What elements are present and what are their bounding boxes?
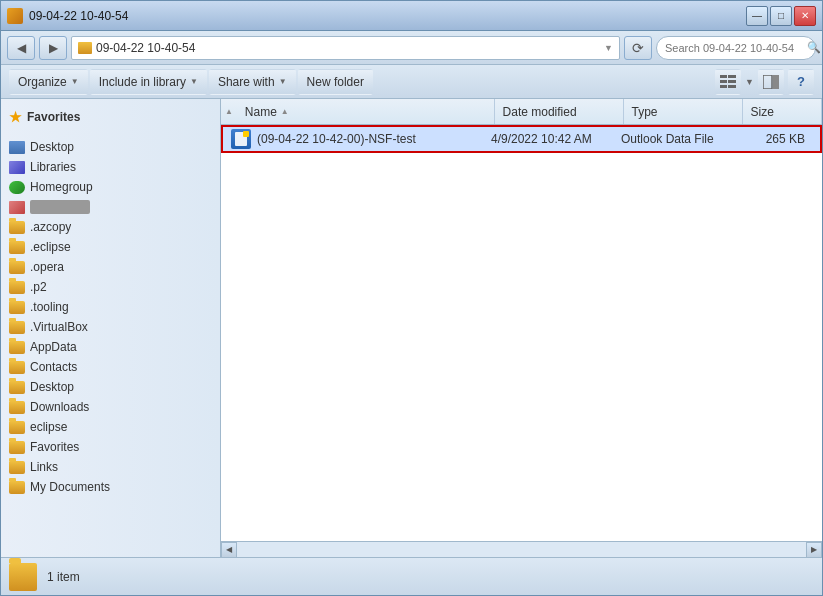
user-icon	[9, 201, 25, 214]
folder-icon-azcopy	[9, 221, 25, 234]
sidebar-item-links[interactable]: Links	[1, 457, 220, 477]
breadcrumb-folder-icon	[78, 42, 92, 54]
new-folder-button[interactable]: New folder	[298, 69, 373, 95]
help-button[interactable]: ?	[788, 69, 814, 95]
sidebar-user-label	[30, 200, 90, 214]
search-bar: 🔍	[656, 36, 816, 60]
sidebar-item-libraries[interactable]: Libraries	[1, 157, 220, 177]
sidebar-item-virtualbox[interactable]: .VirtualBox	[1, 317, 220, 337]
sidebar-item-tooling[interactable]: .tooling	[1, 297, 220, 317]
sidebar-mydocuments-label: My Documents	[30, 480, 110, 494]
explorer-window: 09-04-22 10-40-54 — □ ✕ ◀ ▶ 09-04-22 10-…	[0, 0, 823, 596]
share-with-button[interactable]: Share with ▼	[209, 69, 296, 95]
folder-icon-p2	[9, 281, 25, 294]
col-header-date[interactable]: Date modified	[495, 99, 624, 124]
folder-icon-eclipse	[9, 241, 25, 254]
sidebar-item-opera[interactable]: .opera	[1, 257, 220, 277]
hscroll-track[interactable]	[237, 542, 806, 557]
include-dropdown-icon: ▼	[190, 77, 198, 86]
sidebar-item-p2[interactable]: .p2	[1, 277, 220, 297]
share-with-label: Share with	[218, 75, 275, 89]
view-toggle-button[interactable]	[715, 69, 741, 95]
sidebar-item-favorites2[interactable]: Favorites	[1, 437, 220, 457]
col-date-label: Date modified	[503, 105, 577, 119]
folder-icon-appdata	[9, 341, 25, 354]
col-header-name[interactable]: Name ▲	[237, 99, 495, 124]
search-input[interactable]	[665, 42, 803, 54]
new-folder-label: New folder	[307, 75, 364, 89]
folder-icon-favorites2	[9, 441, 25, 454]
favorites-star-icon: ★	[9, 109, 22, 125]
folder-icon-virtualbox	[9, 321, 25, 334]
title-bar-left: 09-04-22 10-40-54	[7, 8, 128, 24]
sidebar-eclipse-label: .eclipse	[30, 240, 71, 254]
sidebar-item-eclipse2[interactable]: eclipse	[1, 417, 220, 437]
sidebar-tooling-label: .tooling	[30, 300, 69, 314]
sidebar-item-user[interactable]	[1, 197, 220, 217]
status-item-count: 1 item	[47, 570, 80, 584]
maximize-button[interactable]: □	[770, 6, 792, 26]
view-dropdown-icon[interactable]: ▼	[745, 77, 754, 87]
sidebar-item-desktop[interactable]: Desktop	[1, 137, 220, 157]
back-button[interactable]: ◀	[7, 36, 35, 60]
horizontal-scrollbar[interactable]: ◀ ▶	[221, 541, 822, 557]
sidebar-item-contacts[interactable]: Contacts	[1, 357, 220, 377]
col-type-label: Type	[632, 105, 658, 119]
sidebar-opera-label: .opera	[30, 260, 64, 274]
preview-pane-button[interactable]	[758, 69, 784, 95]
outlook-file-icon-inner	[235, 132, 247, 146]
sidebar-item-homegroup[interactable]: Homegroup	[1, 177, 220, 197]
window-title: 09-04-22 10-40-54	[29, 9, 128, 23]
toolbar: Organize ▼ Include in library ▼ Share wi…	[1, 65, 822, 99]
sidebar-item-appdata[interactable]: AppData	[1, 337, 220, 357]
sidebar-desktop-label: Desktop	[30, 140, 74, 154]
sidebar-item-downloads[interactable]: Downloads	[1, 397, 220, 417]
col-header-expand[interactable]: ▲	[221, 99, 237, 125]
file-date-value: 4/9/2022 10:42 AM	[491, 132, 592, 146]
table-row[interactable]: (09-04-22 10-42-00)-NSF-test 4/9/2022 10…	[221, 125, 822, 153]
toolbar-right: ▼ ?	[715, 69, 814, 95]
refresh-button[interactable]: ⟳	[624, 36, 652, 60]
sidebar-desktop2-label: Desktop	[30, 380, 74, 394]
close-button[interactable]: ✕	[794, 6, 816, 26]
file-type-cell: Outlook Data File	[613, 127, 733, 151]
include-in-library-button[interactable]: Include in library ▼	[90, 69, 207, 95]
sidebar-scroll[interactable]: ★ Favorites Desktop Libraries	[1, 99, 220, 557]
minimize-button[interactable]: —	[746, 6, 768, 26]
sidebar-eclipse2-label: eclipse	[30, 420, 67, 434]
svg-rect-0	[720, 75, 727, 78]
sidebar-azcopy-label: .azcopy	[30, 220, 71, 234]
organize-button[interactable]: Organize ▼	[9, 69, 88, 95]
title-bar: 09-04-22 10-40-54 — □ ✕	[1, 1, 822, 31]
col-name-label: Name	[245, 105, 277, 119]
hscroll-right-button[interactable]: ▶	[806, 542, 822, 558]
content-area: ▲ Name ▲ Date modified Type Size	[221, 99, 822, 557]
folder-icon-downloads	[9, 401, 25, 414]
sidebar-item-eclipse[interactable]: .eclipse	[1, 237, 220, 257]
sidebar-item-desktop2[interactable]: Desktop	[1, 377, 220, 397]
file-name-cell: (09-04-22 10-42-00)-NSF-test	[223, 127, 483, 151]
col-header-size[interactable]: Size	[743, 99, 822, 124]
file-type-value: Outlook Data File	[621, 132, 714, 146]
sidebar-downloads-label: Downloads	[30, 400, 89, 414]
col-header-type[interactable]: Type	[624, 99, 743, 124]
sidebar-item-azcopy[interactable]: .azcopy	[1, 217, 220, 237]
forward-button[interactable]: ▶	[39, 36, 67, 60]
window-icon	[7, 8, 23, 24]
search-icon[interactable]: 🔍	[807, 41, 821, 54]
sidebar-contacts-label: Contacts	[30, 360, 77, 374]
folder-icon-contacts	[9, 361, 25, 374]
file-name-label: (09-04-22 10-42-00)-NSF-test	[257, 132, 416, 146]
status-bar: 1 item	[1, 557, 822, 595]
libraries-icon	[9, 161, 25, 174]
sidebar-favorites-header: ★ Favorites	[1, 103, 220, 129]
file-list[interactable]: (09-04-22 10-42-00)-NSF-test 4/9/2022 10…	[221, 125, 822, 541]
sidebar-favorites2-label: Favorites	[30, 440, 79, 454]
breadcrumb[interactable]: 09-04-22 10-40-54 ▼	[71, 36, 620, 60]
sidebar-item-mydocuments[interactable]: My Documents	[1, 477, 220, 497]
sidebar-p2-label: .p2	[30, 280, 47, 294]
breadcrumb-dropdown-icon[interactable]: ▼	[604, 43, 613, 53]
hscroll-left-button[interactable]: ◀	[221, 542, 237, 558]
folder-icon-desktop2	[9, 381, 25, 394]
address-bar: ◀ ▶ 09-04-22 10-40-54 ▼ ⟳ 🔍	[1, 31, 822, 65]
